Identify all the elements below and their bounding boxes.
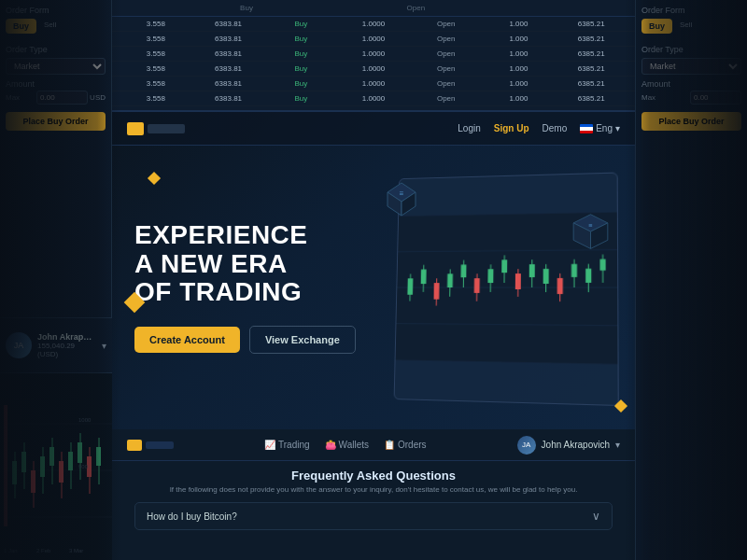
right-max-label: Max — [641, 93, 688, 102]
table-row[interactable]: 3.558 6383.81 Buy 1.0000 Open 1.000 6385… — [112, 17, 635, 32]
table-row[interactable]: 3.558 6383.81 Buy 1.0000 Open 1.000 6385… — [112, 91, 635, 106]
table-row[interactable]: 3.558 6383.81 Buy 1.0000 Open 1.000 6385… — [112, 32, 635, 47]
user-name: John Akrapovich — [37, 332, 96, 342]
svg-rect-48 — [12, 461, 17, 484]
deco-cube-1: ≡ — [374, 164, 430, 220]
cell-type: Buy — [264, 35, 337, 43]
right-order-type-label: Order Type — [641, 45, 741, 54]
cell-type: Buy — [264, 79, 337, 88]
hero-navbar: Login Sign Up Demo Eng ▾ — [112, 112, 635, 146]
bottom-logo-text — [146, 441, 174, 449]
nav-login-link[interactable]: Login — [458, 123, 480, 133]
left-buy-tab[interactable]: Buy — [6, 19, 36, 34]
table-row[interactable]: 3.558 6383.81 Buy 1.0000 Open 1.000 6385… — [112, 77, 635, 91]
cell-qty: 1.0000 — [337, 94, 410, 103]
svg-text:≡: ≡ — [588, 221, 592, 230]
right-tab-row[interactable]: Buy Sell — [641, 19, 741, 39]
svg-text:3 Mar: 3 Mar — [69, 548, 83, 553]
left-place-order-btn[interactable]: Place Buy Order — [6, 112, 106, 131]
right-buy-tab[interactable]: Buy — [641, 19, 672, 34]
cell-val2: 6385.21 — [555, 35, 627, 43]
faq-item-1[interactable]: How do I buy Bitcoin? ∨ — [134, 502, 613, 530]
nav-lang-selector[interactable]: Eng ▾ — [580, 123, 620, 133]
cell-val1: 1.000 — [483, 64, 556, 73]
svg-text:900: 900 — [78, 464, 89, 469]
cell-type: Buy — [264, 64, 337, 73]
left-order-type-select[interactable]: Market Limit — [6, 58, 106, 75]
cell-val1: 1.000 — [483, 49, 556, 58]
cell-price2: 6383.81 — [192, 64, 265, 73]
left-order-type-label: Order Type — [6, 45, 106, 54]
table-header: Buy Open — [112, 0, 635, 17]
view-exchange-btn[interactable]: View Exchange — [249, 326, 356, 354]
svg-rect-35 — [557, 278, 563, 294]
col-header-type: Buy — [204, 4, 289, 12]
svg-rect-62 — [78, 442, 82, 463]
svg-rect-13 — [407, 278, 413, 294]
bottom-logo — [127, 440, 174, 451]
left-tab-row[interactable]: Buy Sell — [6, 19, 106, 39]
right-sell-tab[interactable]: Sell — [676, 19, 696, 39]
nav-demo-link[interactable]: Demo — [543, 123, 568, 133]
hero-title-line2: A NEW ERA — [134, 249, 288, 278]
right-amount-input[interactable] — [690, 91, 741, 105]
cell-price1: 3.558 — [120, 49, 192, 58]
create-account-btn[interactable]: Create Account — [134, 327, 240, 353]
cell-val1: 1.000 — [483, 20, 556, 28]
table-row[interactable]: 3.558 6383.81 Buy 1.0000 Open 1.000 6385… — [112, 62, 635, 77]
bottom-area: 📈 Trading 👛 Wallets 📋 Orders JA John Akr… — [112, 429, 635, 560]
svg-rect-56 — [49, 447, 54, 466]
faq-title: Frequently Asked Questions — [134, 469, 613, 483]
svg-text:1000: 1000 — [78, 417, 92, 423]
svg-rect-29 — [515, 273, 521, 289]
nav-signup-link[interactable]: Sign Up — [494, 123, 529, 133]
faq-question-1: How do I buy Bitcoin? — [147, 511, 237, 522]
right-place-order-btn[interactable]: Place Buy Order — [641, 112, 741, 131]
logo-text — [148, 124, 185, 133]
cell-val1: 1.000 — [483, 94, 556, 103]
hero-chart-area: ≡ ≡ — [374, 155, 616, 420]
cell-status: Open — [410, 79, 483, 88]
cell-qty: 1.0000 — [337, 49, 410, 58]
svg-rect-37 — [571, 264, 577, 277]
user-area[interactable]: JA John Akrapovich 155,040.29 (USD) ▾ — [0, 317, 112, 373]
svg-rect-41 — [600, 259, 606, 271]
cell-status: Open — [410, 94, 483, 103]
nav-trading-link[interactable]: 📈 Trading — [264, 440, 310, 450]
bottom-nav-links: 📈 Trading 👛 Wallets 📋 Orders — [264, 440, 427, 450]
cell-qty: 1.0000 — [337, 64, 410, 73]
trading-label: Trading — [278, 440, 310, 450]
svg-rect-17 — [434, 283, 440, 300]
nav-wallets-link[interactable]: 👛 Wallets — [325, 440, 369, 450]
nav-orders-link[interactable]: 📋 Orders — [384, 440, 427, 450]
cell-qty: 1.0000 — [337, 79, 410, 88]
cell-price2: 6383.81 — [192, 79, 265, 88]
diamond-deco-1 — [148, 172, 161, 185]
svg-rect-19 — [447, 273, 453, 287]
left-form-label: Order Form — [6, 6, 106, 15]
cell-price2: 6383.81 — [192, 94, 265, 103]
left-sell-tab[interactable]: Sell — [40, 19, 60, 39]
hero-text: EXPERIENCE A NEW ERA OF TRADING Create A… — [134, 221, 359, 354]
bottom-user-chevron-icon: ▾ — [615, 440, 620, 450]
svg-rect-50 — [21, 452, 26, 472]
bottom-user[interactable]: JA John Akrapovich ▾ — [517, 436, 620, 455]
cell-status: Open — [410, 35, 483, 43]
lang-text: Eng — [596, 123, 613, 133]
faq-section: Frequently Asked Questions If the follow… — [112, 461, 635, 538]
cell-val2: 6385.21 — [555, 79, 627, 88]
cell-price1: 3.558 — [120, 64, 192, 73]
col-header-pair — [120, 4, 204, 12]
right-order-type-select[interactable]: Market Limit — [641, 58, 741, 75]
svg-rect-23 — [474, 278, 480, 293]
left-amount-input[interactable] — [36, 91, 88, 105]
hero-buttons: Create Account View Exchange — [134, 326, 359, 354]
svg-text:≡: ≡ — [400, 189, 404, 198]
bottom-logo-icon — [127, 440, 142, 451]
cell-qty: 1.0000 — [337, 35, 410, 43]
cell-val1: 1.000 — [483, 79, 556, 88]
col-header-price — [543, 4, 627, 12]
cell-status: Open — [410, 49, 483, 58]
table-row[interactable]: 3.558 6383.81 Buy 1.0000 Open 1.000 6385… — [112, 47, 635, 62]
svg-rect-60 — [68, 452, 73, 470]
